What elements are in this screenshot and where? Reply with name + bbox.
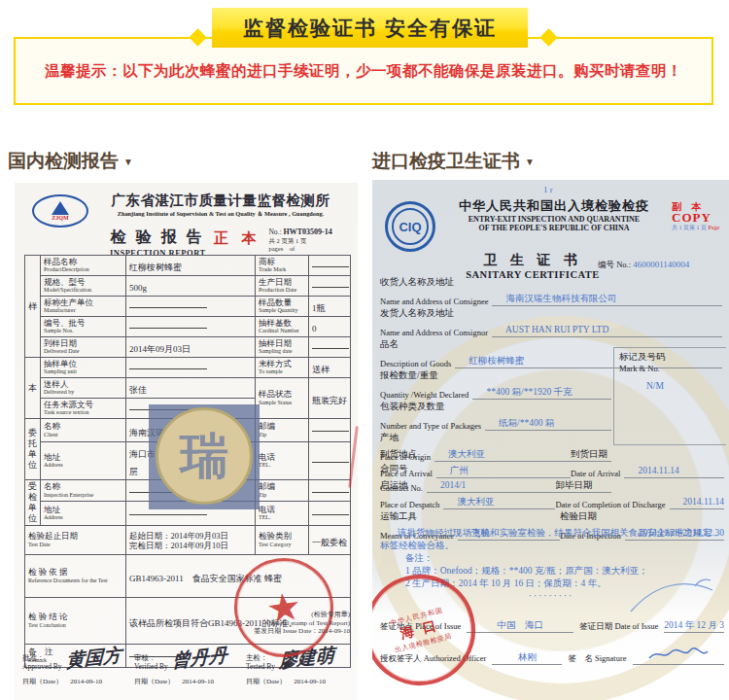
cell-sample-quantity-value: 1瓶	[309, 297, 351, 317]
cell-client-zip-label: 邮编Zip	[256, 419, 309, 442]
cell-spec-value: 500g	[126, 276, 256, 297]
institute-name-en: Zhanjiang Institute of Supervision & Tes…	[90, 210, 351, 219]
import-sanitary-certificate: 1 r CIQ 中华人民共和国出入境检验检疫 ENTRY-EXIT INSPEC…	[372, 180, 729, 700]
report-number-block: No.: HWT03509-14 共 2 页第 1 页 pages of	[268, 228, 331, 254]
issue-place-value: 中国 海口	[467, 619, 573, 633]
field-arrival-place: 到货地点 Place of Arrival广州	[380, 449, 571, 478]
cell-delivered-by-value: 张佳	[126, 378, 256, 399]
field-discharge-date: 卸毕日期 Date of Completion of Discharge2014…	[555, 480, 724, 509]
cell-insp-address-label: 地址Address	[41, 502, 126, 526]
issue-date-value: 2014 年 12 月 3	[664, 619, 724, 633]
cell-sample-name-label: 样品名称ProductDescription	[41, 256, 126, 276]
institute-name-cn: 广东省湛江市质量计量监督检测所	[90, 192, 351, 210]
cell-client-tel-label: 电话TEL.	[256, 442, 309, 480]
seal-notes: (检验专用章) (Special stamp of Test Report) 签…	[254, 611, 350, 636]
cell-test-category-value: 一般委检	[309, 526, 351, 555]
cell-to-sample-label: 来样方式To sample	[256, 358, 309, 378]
zjqm-logo-icon: ZJQM	[32, 194, 88, 228]
section-title-import-label: 进口检疫卫生证书	[372, 151, 520, 171]
cell-spec-label: 规格、型号Model/Specification	[41, 276, 126, 297]
banner-title: 监督检验证书 安全有保证	[212, 8, 528, 48]
cell-client-zip-value	[309, 419, 351, 442]
cell-reference-label: 检 验 依 据Reference Documents for the Test	[25, 555, 126, 598]
field-despatch-place: 启运地 Place of Despatch澳大利亚	[380, 480, 555, 509]
cell-delivered-date-value: 2014年09月03日	[126, 337, 256, 358]
table-row: 检验起止日期Test Date 起始日期：2014年09月03日完检日期：201…	[25, 526, 351, 555]
approved-signature: 黄国方	[65, 643, 122, 674]
verified-by-block: 审核：Verified By 曾丹丹 日期（Date）2014-09-10	[134, 646, 241, 686]
table-row: 编号、批号Sample Nos. 抽样基数Cardinal Number 0	[25, 317, 351, 337]
domestic-inspection-report: ZJQM 广东省湛江市质量计量监督检测所 Zhanjiang Institute…	[15, 183, 358, 700]
officer-signature-scribble	[633, 647, 724, 665]
cell-sampling-unit-label: 抽样单位Sampling unit	[41, 358, 126, 378]
certificate-number: 编号 No.: 4600001140004	[598, 260, 689, 271]
field-consignee: 收货人名称及地址 Name and Address of Consignee海南…	[380, 277, 722, 306]
report-no-label: No.:	[268, 228, 281, 236]
cell-insp-zip-value	[309, 480, 351, 502]
company-watermark-seal: 瑞	[156, 407, 253, 505]
cell-sampling-date-label: 抽样日期Sampling date	[256, 337, 309, 358]
cell-sampling-date-value	[309, 337, 351, 358]
group-client: 委托单位	[25, 419, 41, 480]
scan-artifact-text: 1 r	[543, 185, 553, 194]
zjqm-triangle-icon	[52, 201, 69, 215]
company-watermark-stamp: 瑞	[149, 404, 260, 509]
table-row: 标称生产单位Manufacturer 样品数量Sample Quantity 1…	[25, 297, 351, 317]
cell-manufacturer-value	[126, 297, 256, 317]
cell-client-tel-value	[309, 442, 351, 480]
table-row: 本 抽样单位Sampling unit 来样方式To sample 送样	[25, 358, 351, 378]
cell-conclusion-label: 检 验 结 论Test Conclusion	[25, 598, 126, 645]
approved-by-block: 批准：Approved By 黄国方 日期（Date）2014-09-10	[22, 646, 129, 686]
report-no-value: HWT03509-14	[283, 228, 331, 236]
group-inspected: 受检单位	[25, 480, 41, 526]
cell-task-source-label: 任务来源文号Task source textion	[41, 399, 126, 419]
cell-client-name-label: 名称Client	[41, 419, 126, 442]
cell-sample-status-value: 瓶装完好	[309, 378, 351, 419]
cell-insp-tel-value	[309, 502, 351, 526]
cell-test-date-label: 检验起止日期Test Date	[25, 526, 126, 555]
section-title-domestic-report[interactable]: 国内检测报告▼	[8, 149, 133, 174]
section-title-domestic-label: 国内检测报告	[8, 151, 119, 171]
chevron-down-icon: ▼	[525, 157, 535, 167]
cell-test-category-label: 检验类别Test Category	[256, 526, 309, 555]
original-copy-stamp: 正 本	[214, 229, 261, 248]
authority-name: 中华人民共和国出入境检验检疫 ENTRY-EXIT INSPECTION AND…	[440, 197, 668, 232]
authority-name-en1: ENTRY-EXIT INSPECTION AND QUARANTINE	[440, 215, 668, 224]
verified-signature: 曾丹丹	[171, 643, 227, 674]
group-sample: 样	[25, 256, 41, 358]
warm-tip-text: 温馨提示：以下为此次蜂蜜的进口手续证明，少一项都不能确保是原装进口。购买时请查明…	[45, 61, 682, 82]
report-pages-cn: 共 2 页第 1 页	[268, 237, 331, 246]
cell-cardinal-number-label: 抽样基数Cardinal Number	[256, 317, 309, 337]
cell-sample-nos-value	[126, 317, 256, 337]
cell-sample-name-value: 红柳桉树蜂蜜	[126, 256, 256, 276]
cell-sample-status-label: 样品状态Sample Status	[256, 378, 309, 419]
cell-test-date-value: 起始日期：2014年09月03日完检日期：2014年09月10日	[126, 526, 256, 555]
field-mark-and-no: 标记及号码 Mark & No. N/M	[613, 347, 726, 445]
cell-delivered-date-label: 到样日期Delivered Date	[41, 337, 126, 358]
cell-delivered-by-label: 送样人Delivered by	[41, 378, 126, 399]
table-row: 规格、型号Model/Specification 500g 生产日期Produc…	[25, 276, 351, 297]
cell-production-date-label: 生产日期Production Date	[256, 276, 309, 297]
zjqm-logo-text: ZJQM	[52, 215, 68, 221]
report-pages-en: pages of	[268, 245, 331, 254]
blue-pen-mark	[627, 577, 716, 617]
cell-sample-nos-label: 编号、批号Sample Nos.	[41, 317, 126, 337]
cell-sampling-unit-value	[126, 358, 256, 378]
authority-name-en2: OF THE PEOPLE'S REPUBLIC OF CHINA	[440, 224, 668, 232]
cell-insp-zip-label: 邮编Zip	[256, 480, 309, 502]
institute-name: 广东省湛江市质量计量监督检测所 Zhanjiang Institute of S…	[90, 192, 351, 219]
field-arrival-date: 到货日期 Date of Arrival2014.11.14	[571, 449, 724, 478]
report-title: 检 验 报 告 INSPECTION REPORT 正 本 No.: HWT03…	[110, 228, 332, 258]
table-row: 送样人Delivered by 张佳 样品状态Sample Status 瓶装完…	[25, 378, 351, 399]
cell-sample-quantity-label: 样品数量Sample Quantity	[256, 297, 309, 317]
cell-insp-name-label: 名称Inspection Enterprise	[41, 480, 126, 502]
field-packages: 包装种类及数量 Number and Type of Packages纸箱/**…	[380, 402, 611, 431]
copy-stamp: 副 本 COPY 共 1 页第 1 页 Page	[672, 201, 729, 233]
report-title-cn: 检 验 报 告	[110, 228, 206, 248]
cell-trademark-value	[309, 256, 351, 276]
field-quantity: 报检数量/重量 Quantity /Weight Declared**400 箱…	[380, 370, 611, 400]
cell-to-sample-value: 送样	[309, 358, 351, 378]
table-row: 到样日期Delivered Date 2014年09月03日 抽样日期Sampl…	[25, 337, 351, 358]
cell-cardinal-number-value: 0	[309, 317, 351, 337]
section-title-import-certificate[interactable]: 进口检疫卫生证书▼	[372, 149, 535, 174]
